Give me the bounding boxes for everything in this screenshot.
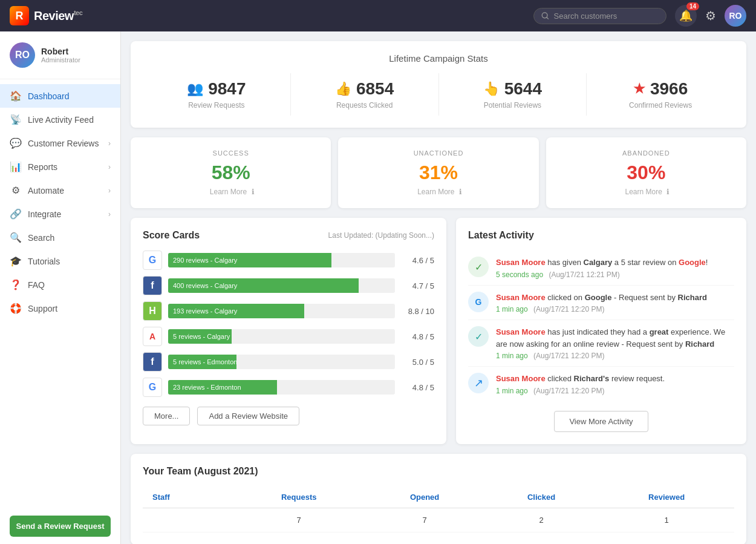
percent-card-success: SUCCESS 58% Learn More ℹ — [131, 137, 331, 208]
requests-clicked-value: 6854 — [356, 79, 394, 99]
lifetime-stats-title: Lifetime Campaign Stats — [143, 53, 734, 64]
score-row-facebook-calgary: f 400 reviews - Calgary 4.7 / 5 — [143, 276, 434, 295]
search-icon: 🔍 — [10, 232, 22, 243]
sidebar-item-live-activity[interactable]: 📡 Live Activity Feed — [0, 108, 120, 131]
team-panel: Your Team (August 2021) Staff Requests O… — [131, 454, 746, 545]
rating-google-edmonton: 4.8 / 5 — [401, 383, 434, 392]
confirmed-reviews-label: Confirmed Reviews — [587, 101, 734, 110]
activity-item-2: G Susan Moore clicked on Google - Reques… — [468, 286, 734, 321]
potential-reviews-icon: 👆 — [483, 81, 500, 97]
score-bar-google-calgary: 290 reviews - Calgary — [168, 253, 331, 267]
td-opened: 7 — [365, 508, 484, 532]
bottom-row: Score Cards Last Updated: (Updating Soon… — [131, 218, 746, 444]
sidebar-item-search[interactable]: 🔍 Search — [0, 226, 120, 249]
sidebar-item-integrate[interactable]: 🔗 Integrate › — [0, 202, 120, 226]
view-more-activity-button[interactable]: View More Activity — [554, 411, 648, 432]
avatar[interactable]: RO — [725, 5, 746, 27]
notifications-button[interactable]: 🔔 14 — [675, 5, 697, 27]
td-requests: 7 — [232, 508, 365, 532]
faq-icon: ❓ — [10, 279, 22, 290]
review-requests-icon: 👥 — [187, 81, 203, 97]
sidebar-item-customer-reviews[interactable]: 💬 Customer Reviews › — [0, 131, 120, 155]
th-clicked: Clicked — [484, 487, 599, 508]
percent-cards-row: SUCCESS 58% Learn More ℹ UNACTIONED 31% … — [131, 137, 746, 208]
sidebar-item-automate[interactable]: ⚙ Automate › — [0, 179, 120, 202]
score-cards-title: Score Cards — [143, 230, 200, 241]
activity-item-1: ✓ Susan Moore has given Calgary a 5 star… — [468, 251, 734, 286]
unactioned-learn-more[interactable]: Learn More ℹ — [350, 188, 526, 196]
activity-item-3: ✓ Susan Moore has just indicated they ha… — [468, 320, 734, 367]
percent-card-abandoned: ABANDONED 30% Learn More ℹ — [546, 137, 746, 208]
more-button[interactable]: More... — [143, 407, 190, 425]
facebook-calgary-logo: f — [143, 276, 162, 295]
svg-line-1 — [547, 18, 549, 19]
score-bar-facebook-calgary: 400 reviews - Calgary — [168, 278, 359, 293]
confirmed-reviews-value: 3966 — [650, 79, 688, 99]
potential-reviews-label: Potential Reviews — [439, 101, 587, 110]
houzz-calgary-logo: H — [143, 301, 162, 321]
gear-icon: ⚙ — [705, 9, 716, 22]
confirmed-reviews-icon: ★ — [633, 81, 645, 97]
tutorials-icon: 🎓 — [10, 255, 22, 267]
chevron-right-icon: › — [108, 139, 111, 148]
search-input[interactable] — [554, 11, 659, 21]
google-calgary-logo: G — [143, 251, 162, 270]
rating-houzz-calgary: 8.8 / 10 — [401, 307, 434, 316]
table-row: 7 7 2 1 — [143, 508, 734, 532]
search-icon — [541, 11, 549, 20]
angie-calgary-logo: A — [143, 327, 162, 346]
sidebar-item-reports[interactable]: 📊 Reports › — [0, 155, 120, 179]
table-header-row: Staff Requests Opened Clicked Reviewed — [143, 487, 734, 508]
reports-icon: 📊 — [10, 161, 22, 172]
success-learn-more[interactable]: Learn More ℹ — [143, 188, 319, 196]
integrate-icon: 🔗 — [10, 208, 22, 220]
bell-icon: 🔔 — [679, 9, 692, 22]
stat-confirmed-reviews: ★ 3966 Confirmed Reviews — [587, 73, 734, 116]
sidebar-item-support[interactable]: 🛟 Support — [0, 297, 120, 320]
activity-icon-2: G — [468, 292, 489, 312]
activity-title: Latest Activity — [468, 230, 734, 241]
activity-time-4: 1 min ago (Aug/17/21 12:20 PM) — [496, 387, 665, 395]
rating-angie-calgary: 4.8 / 5 — [401, 332, 434, 341]
th-reviewed: Reviewed — [599, 487, 734, 508]
rating-facebook-calgary: 4.7 / 5 — [401, 281, 434, 290]
team-title: Your Team (August 2021) — [143, 466, 734, 477]
activity-text-4: Susan Moore clicked Richard's review req… — [496, 373, 665, 385]
review-requests-label: Review Requests — [143, 101, 290, 110]
sidebar-nav: 🏠 Dashboard 📡 Live Activity Feed 💬 Custo… — [0, 79, 120, 508]
abandoned-learn-more[interactable]: Learn More ℹ — [558, 188, 734, 196]
stats-row: 👥 9847 Review Requests 👍 6854 Requests C… — [143, 73, 734, 116]
score-row-google-edmonton: G 23 reviews - Edmonton 4.8 / 5 — [143, 378, 434, 397]
score-row-houzz-calgary: H 193 reviews - Calgary 8.8 / 10 — [143, 301, 434, 321]
settings-button[interactable]: ⚙ — [705, 8, 716, 23]
support-icon: 🛟 — [10, 303, 22, 314]
notification-badge: 14 — [686, 2, 699, 10]
score-bar-google-edmonton: 23 reviews - Edmonton — [168, 380, 277, 395]
review-requests-value: 9847 — [208, 79, 246, 99]
activity-time-3: 1 min ago (Aug/17/21 12:20 PM) — [496, 352, 734, 360]
activity-item-4: ↗ Susan Moore clicked Richard's review r… — [468, 367, 734, 401]
search-bar[interactable] — [533, 8, 666, 24]
rating-facebook-edmonton: 5.0 / 5 — [401, 358, 434, 367]
score-row-google-calgary: G 290 reviews - Calgary 4.6 / 5 — [143, 251, 434, 270]
unactioned-label: UNACTIONED — [350, 149, 526, 157]
main-layout: RO Robert Administrator 🏠 Dashboard 📡 Li… — [0, 31, 756, 544]
activity-time-2: 1 min ago (Aug/17/21 12:20 PM) — [496, 305, 707, 313]
sidebar-item-dashboard[interactable]: 🏠 Dashboard — [0, 84, 120, 108]
stat-requests-clicked: 👍 6854 Requests Clicked — [291, 73, 439, 116]
facebook-edmonton-logo: f — [143, 352, 162, 372]
svg-point-0 — [542, 13, 547, 18]
th-requests: Requests — [232, 487, 365, 508]
topnav-right: 🔔 14 ⚙ RO — [533, 5, 746, 27]
abandoned-value: 30% — [558, 162, 734, 184]
requests-clicked-icon: 👍 — [335, 81, 351, 97]
sidebar: RO Robert Administrator 🏠 Dashboard 📡 Li… — [0, 31, 121, 544]
add-review-website-button[interactable]: Add a Review Website — [197, 407, 299, 425]
send-review-request-button[interactable]: Send a Review Request — [10, 516, 111, 537]
customer-reviews-icon: 💬 — [10, 137, 22, 149]
sidebar-item-faq[interactable]: ❓ FAQ — [0, 273, 120, 297]
activity-panel: Latest Activity ✓ Susan Moore has given … — [456, 218, 746, 444]
sidebar-item-tutorials[interactable]: 🎓 Tutorials — [0, 249, 120, 273]
chevron-right-icon: › — [108, 163, 111, 171]
score-footer: More... Add a Review Website — [143, 407, 434, 425]
